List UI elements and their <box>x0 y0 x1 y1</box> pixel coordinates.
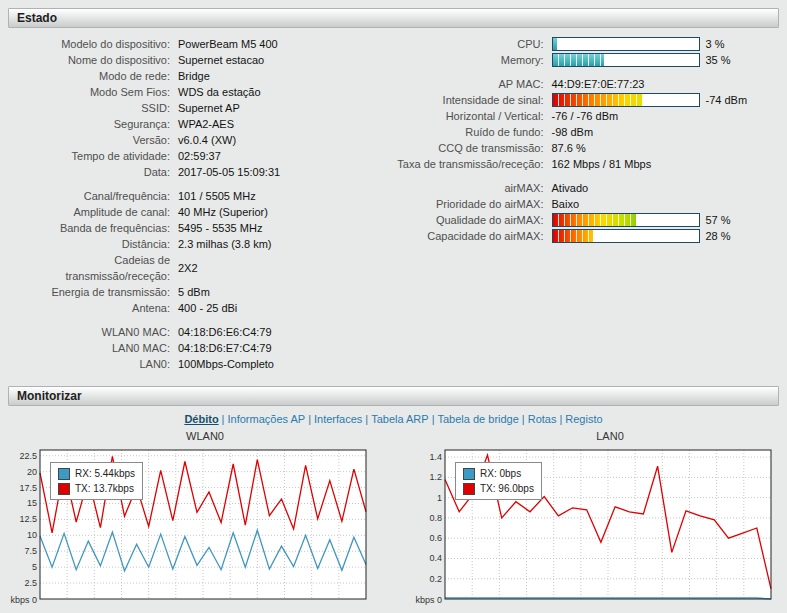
chart-wlan0: WLAN0 RX: 5.44kbpsTX: 13.7kbps 22.52017.… <box>10 430 372 613</box>
field-value: 28 % <box>552 228 731 244</box>
field-value: Supernet AP <box>178 100 240 116</box>
field-value-text: 101 / 5505 MHz <box>178 188 256 204</box>
field-label: Taxa de transmissão/receção: <box>394 156 552 172</box>
nav-separator: | <box>522 413 525 425</box>
field-row: Intensidade de sinal:-74 dBm <box>394 92 778 108</box>
field-label: Antena: <box>10 300 178 316</box>
field-label: Cadeias de transmissão/receção: <box>10 252 178 284</box>
field-row: SSID:Supernet AP <box>10 100 394 116</box>
field-row: Amplitude de canal:40 MHz (Superior) <box>10 204 394 220</box>
airmax-capacity-meter <box>552 229 700 243</box>
field-value-text: 35 % <box>706 52 731 68</box>
field-row: Antena:400 - 25 dBi <box>10 300 394 316</box>
legend-label: RX: 0bps <box>480 466 521 481</box>
status-right-column: CPU:3 %Memory:35 %AP MAC:44:D9:E7:0E:77:… <box>394 36 778 372</box>
field-label: Banda de frequências: <box>10 220 178 236</box>
svg-text:kbps 0: kbps 0 <box>10 595 37 605</box>
field-row: Canal/frequência:101 / 5505 MHz <box>10 188 394 204</box>
monitor-link-informa-es-ap[interactable]: Informações AP <box>227 413 305 425</box>
field-label: Tempo de atividade: <box>10 148 178 164</box>
field-value-text: WPA2-AES <box>178 116 234 132</box>
field-row: Segurança:WPA2-AES <box>10 116 394 132</box>
field-value: 87.6 % <box>552 140 586 156</box>
field-label: Qualidade do airMAX: <box>394 212 552 228</box>
field-row: Energia de transmissão:5 dBm <box>10 284 394 300</box>
field-value-text: 162 Mbps / 81 Mbps <box>552 156 652 172</box>
field-row: LAN0 MAC:04:18:D6:E7:C4:79 <box>10 340 394 356</box>
field-value: -98 dBm <box>552 124 594 140</box>
nav-separator: | <box>222 413 225 425</box>
field-value: 2017-05-05 15:09:31 <box>178 164 280 180</box>
field-row: Modo de rede:Bridge <box>10 68 394 84</box>
field-row: Distância:2.3 milhas (3.8 km) <box>10 236 394 252</box>
field-value: 2X2 <box>178 252 198 284</box>
field-value: -74 dBm <box>552 92 748 108</box>
field-value-text: 04:18:D6:E6:C4:79 <box>178 324 272 340</box>
field-row: Banda de frequências:5495 - 5535 MHz <box>10 220 394 236</box>
nav-separator: | <box>308 413 311 425</box>
cpu-meter <box>552 37 700 51</box>
monitor-link-registo[interactable]: Registo <box>565 413 602 425</box>
field-value-text: -76 / -76 dBm <box>552 108 619 124</box>
charts-row: WLAN0 RX: 5.44kbpsTX: 13.7kbps 22.52017.… <box>0 428 787 613</box>
field-value-text: Supernet AP <box>178 100 240 116</box>
field-value-text: 400 - 25 dBi <box>178 300 237 316</box>
airmax-quality-meter <box>552 213 700 227</box>
field-value-text: PowerBeam M5 400 <box>178 36 278 52</box>
legend-swatch <box>58 468 70 480</box>
field-value-text: Supernet estacao <box>178 52 264 68</box>
field-row: Qualidade do airMAX:57 % <box>394 212 778 228</box>
svg-text:kbps 0: kbps 0 <box>415 595 442 605</box>
chart-legend: RX: 0bpsTX: 96.0bps <box>455 462 542 500</box>
field-value: 44:D9:E7:0E:77:23 <box>552 76 645 92</box>
legend-item: TX: 13.7kbps <box>58 481 135 496</box>
field-label: Canal/frequência: <box>10 188 178 204</box>
monitor-link-interfaces[interactable]: Interfaces <box>314 413 362 425</box>
monitor-nav: Débito|Informações AP|Interfaces|Tabela … <box>0 413 787 425</box>
field-label: Intensidade de sinal: <box>394 92 552 108</box>
field-value: 40 MHz (Superior) <box>178 204 268 220</box>
field-row: Modelo do dispositivo:PowerBeam M5 400 <box>10 36 394 52</box>
field-row: AP MAC:44:D9:E7:0E:77:23 <box>394 76 778 92</box>
field-label: Energia de transmissão: <box>10 284 178 300</box>
field-value-text: 5495 - 5535 MHz <box>178 220 262 236</box>
field-value: 57 % <box>552 212 731 228</box>
field-value-text: 57 % <box>706 212 731 228</box>
svg-text:1.2: 1.2 <box>429 472 442 482</box>
field-value: v6.0.4 (XW) <box>178 132 236 148</box>
field-row: Tempo de atividade:02:59:37 <box>10 148 394 164</box>
field-value: 400 - 25 dBi <box>178 300 237 316</box>
field-value: Ativado <box>552 180 589 196</box>
section-header-estado: Estado <box>8 8 779 28</box>
field-value-text: WDS da estação <box>178 84 261 100</box>
field-label: Modelo do dispositivo: <box>10 36 178 52</box>
field-value: -76 / -76 dBm <box>552 108 619 124</box>
field-value-text: 2.3 milhas (3.8 km) <box>178 236 272 252</box>
field-value-text: 87.6 % <box>552 140 586 156</box>
field-value-text: 40 MHz (Superior) <box>178 204 268 220</box>
monitor-link-tabela-arp[interactable]: Tabela ARP <box>371 413 428 425</box>
status-left-column: Modelo do dispositivo:PowerBeam M5 400No… <box>10 36 394 372</box>
legend-item: TX: 96.0bps <box>463 481 534 496</box>
monitor-link-rotas[interactable]: Rotas <box>528 413 557 425</box>
nav-separator: | <box>432 413 435 425</box>
field-row: Ruído de fundo:-98 dBm <box>394 124 778 140</box>
chart-lan0: LAN0 RX: 0bpsTX: 96.0bps 1.41.210.80.60.… <box>415 430 777 613</box>
status-panel: Modelo do dispositivo:PowerBeam M5 400No… <box>0 28 787 378</box>
field-label: Modo de rede: <box>10 68 178 84</box>
field-value: 04:18:D6:E6:C4:79 <box>178 324 272 340</box>
legend-swatch <box>58 483 70 495</box>
field-label: airMAX: <box>394 180 552 196</box>
legend-label: TX: 13.7kbps <box>75 481 134 496</box>
field-value: 101 / 5505 MHz <box>178 188 256 204</box>
field-value-text: Ativado <box>552 180 589 196</box>
monitor-link-tabela-de-bridge[interactable]: Tabela de bridge <box>438 413 519 425</box>
svg-text:12.5: 12.5 <box>19 514 37 524</box>
field-label: LAN0: <box>10 356 178 372</box>
monitor-link-d-bito[interactable]: Débito <box>184 413 218 425</box>
field-value: 35 % <box>552 52 731 68</box>
legend-item: RX: 0bps <box>463 466 534 481</box>
field-value-text: -74 dBm <box>706 92 748 108</box>
field-row: Versão:v6.0.4 (XW) <box>10 132 394 148</box>
field-value: 04:18:D6:E7:C4:79 <box>178 340 272 356</box>
